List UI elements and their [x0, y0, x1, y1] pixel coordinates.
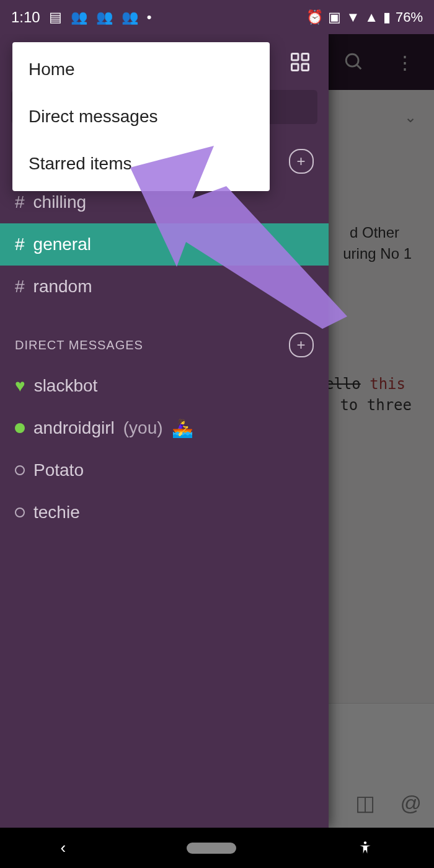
alarm-icon: ⏰	[306, 9, 323, 25]
more-dot-icon: •	[147, 11, 152, 24]
dm-label: slackbot	[34, 376, 98, 396]
rowing-emoji-icon: 🚣‍♀️	[172, 418, 193, 439]
svg-rect-4	[292, 64, 299, 71]
battery-percent: 76%	[396, 9, 423, 25]
add-channel-icon[interactable]: +	[289, 149, 314, 174]
dm-slackbot[interactable]: ♥ slackbot	[0, 365, 329, 407]
offline-icon	[15, 465, 25, 475]
svg-rect-3	[302, 54, 309, 61]
popup-item-starred-items[interactable]: Starred items	[12, 140, 270, 187]
back-icon[interactable]: ‹	[61, 838, 66, 857]
grid-icon[interactable]	[289, 51, 311, 73]
accessibility-icon[interactable]	[357, 840, 373, 856]
notification-icon: ▤	[49, 11, 62, 24]
dm-header-label: DIRECT MESSAGES	[15, 338, 143, 352]
svg-rect-5	[302, 64, 309, 71]
hash-icon: #	[15, 277, 25, 297]
dm-label: androidgirl	[33, 418, 115, 438]
discord-icon: 👥	[122, 11, 138, 24]
status-bar: 1:10 ▤ 👥 👥 👥 • ⏰ ▣ ▼ ▲ ▮ 76%	[0, 0, 434, 34]
online-icon	[15, 423, 25, 433]
home-pill[interactable]	[187, 843, 236, 854]
svg-rect-2	[292, 54, 299, 61]
channel-random[interactable]: # random	[0, 266, 329, 308]
channel-label: chilling	[33, 192, 87, 212]
popup-item-home[interactable]: Home	[12, 46, 270, 93]
svg-point-7	[364, 841, 366, 844]
you-label: (you)	[123, 418, 163, 438]
signal-icon: ▲	[365, 9, 378, 25]
discord-icon: 👥	[96, 11, 113, 24]
channel-label: random	[33, 277, 92, 297]
offline-icon	[15, 508, 25, 517]
dm-header[interactable]: DIRECT MESSAGES +	[0, 325, 329, 365]
cast-icon: ▣	[328, 9, 341, 25]
dm-techie[interactable]: techie	[0, 491, 329, 534]
hash-icon: #	[15, 192, 25, 212]
channel-general[interactable]: # general	[0, 223, 329, 266]
jump-menu-popup: Home Direct messages Starred items	[12, 42, 270, 191]
dm-label: techie	[33, 503, 80, 522]
heart-icon: ♥	[15, 376, 25, 396]
dm-potato[interactable]: Potato	[0, 449, 329, 491]
add-dm-icon[interactable]: +	[289, 333, 314, 357]
dm-androidgirl[interactable]: androidgirl (you) 🚣‍♀️	[0, 407, 329, 449]
channel-label: general	[33, 235, 91, 254]
hash-icon: #	[15, 235, 25, 254]
discord-icon: 👥	[71, 11, 87, 24]
android-nav-bar: ‹	[0, 828, 434, 868]
wifi-icon: ▼	[346, 9, 360, 25]
dm-label: Potato	[33, 460, 84, 480]
clock: 1:10	[11, 9, 40, 26]
battery-icon: ▮	[383, 9, 391, 25]
popup-item-direct-messages[interactable]: Direct messages	[12, 93, 270, 140]
